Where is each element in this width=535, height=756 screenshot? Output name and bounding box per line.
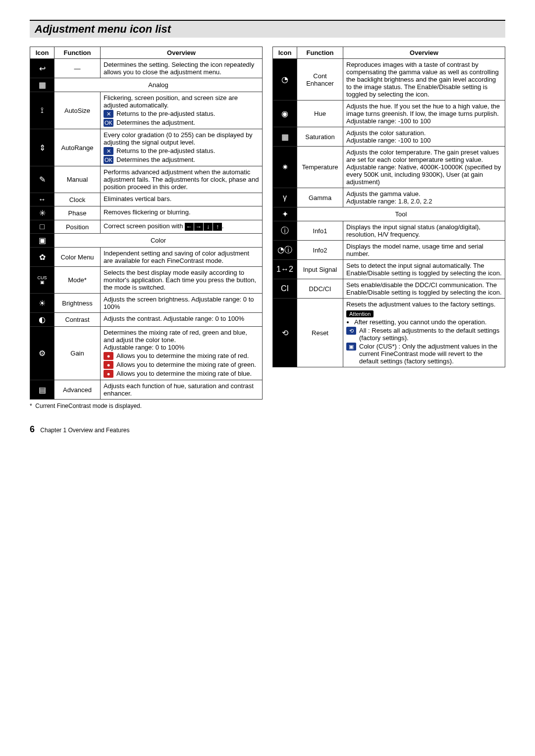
overview-cell: Selects the best display mode easily acc… xyxy=(101,267,263,294)
function-cell: Hue xyxy=(297,101,343,127)
row-icon: CUS▣ xyxy=(30,267,54,294)
overview-cell: Sets to detect the input signal automati… xyxy=(343,260,505,279)
arrow-icons: ←→↓↑ xyxy=(185,223,222,231)
row-icon: ▦ xyxy=(273,127,297,147)
table-row: ↔ClockEliminates vertical bars. xyxy=(30,193,263,206)
overview-cell: Eliminates vertical bars. xyxy=(101,193,263,206)
function-cell: — xyxy=(54,59,101,78)
table-row: ✿Color MenuIndependent setting and savin… xyxy=(30,248,263,267)
overview-cell: Displays the input signal status (analog… xyxy=(343,221,505,241)
function-cell: Clock xyxy=(54,193,101,206)
overview-cell: Adjusts the gamma value.Adjustable range… xyxy=(343,188,505,207)
section-icon: ✦ xyxy=(273,207,297,221)
function-cell: Info2 xyxy=(297,241,343,260)
sub-text: Determines the adjustment. xyxy=(116,156,259,163)
overview-cell: Flickering, screen position, and screen … xyxy=(101,92,263,129)
overview-cell: Adjusts the hue. If you set the hue to a… xyxy=(343,101,505,127)
row-icon: ⓘ xyxy=(273,221,297,241)
left-table: Icon Function Overview ↩—Determines the … xyxy=(30,47,263,400)
header-icon: Icon xyxy=(30,47,54,59)
table-row: ▤AdvancedAdjusts each function of hue, s… xyxy=(30,380,263,400)
overview-cell: Every color gradation (0 to 255) can be … xyxy=(101,129,263,166)
function-cell: Position xyxy=(54,220,101,234)
inline-icon: ● xyxy=(104,352,113,360)
sub-text: All : Resets all adjustments to the defa… xyxy=(359,327,502,342)
sub-item: ●Allows you to determine the mixing rate… xyxy=(104,370,259,378)
sub-item: ●Allows you to determine the mixing rate… xyxy=(104,361,259,369)
table-row: ⚙GainDetermines the mixing rate of red, … xyxy=(30,327,263,380)
sub-item: ⟲All : Resets all adjustments to the def… xyxy=(346,327,502,342)
row-icon: ↔ xyxy=(30,193,54,206)
function-cell: Mode* xyxy=(54,267,101,294)
table-row: CUS▣Mode*Selects the best display mode e… xyxy=(30,267,263,294)
section-label: Color xyxy=(54,234,263,248)
function-cell: DDC/CI xyxy=(297,279,343,299)
attention-badge: Attention xyxy=(346,310,374,317)
function-cell: Gamma xyxy=(297,188,343,207)
sub-text: Color (CUS*) : Only the adjustment value… xyxy=(359,343,502,365)
sub-text: Allows you to determine the mixing rate … xyxy=(116,361,259,368)
overview-cell: Performs advanced adjustment when the au… xyxy=(101,166,263,193)
function-cell: Saturation xyxy=(297,127,343,147)
sub-item: ●Allows you to determine the mixing rate… xyxy=(104,352,259,360)
overview-cell: Resets the adjustment values to the fact… xyxy=(343,299,505,367)
row-icon: ⟟ xyxy=(30,92,54,129)
overview-cell: Determines the mixing rate of red, green… xyxy=(101,327,263,380)
table-row: ◔Cont EnhancerReproduces images with a t… xyxy=(273,59,505,101)
sub-item: ✕Returns to the pre-adjusted status. xyxy=(104,110,259,118)
table-row: ⓘInfo1Displays the input signal status (… xyxy=(273,221,505,241)
sub-text: Determines the adjustment. xyxy=(116,119,259,126)
table-row: ☀BrightnessAdjusts the screen brightness… xyxy=(30,294,263,313)
overview-cell: Adjusts the color saturation.Adjustable … xyxy=(343,127,505,147)
inline-icon: ● xyxy=(104,370,113,378)
section-row: ▣Color xyxy=(30,234,263,248)
row-icon: □ xyxy=(30,220,54,234)
sub-text: Returns to the pre-adjusted status. xyxy=(116,147,259,154)
row-icon: CI xyxy=(273,279,297,299)
right-table: Icon Function Overview ◔Cont EnhancerRep… xyxy=(272,47,505,367)
page-title: Adjustment menu icon list xyxy=(35,23,500,36)
table-row: ↩—Determines the setting. Selecting the … xyxy=(30,59,263,78)
function-cell: Reset xyxy=(297,299,343,367)
chapter-label: Chapter 1 Overview and Features xyxy=(40,427,129,434)
table-row: ▦SaturationAdjusts the color saturation.… xyxy=(273,127,505,147)
row-icon: ⇕ xyxy=(30,129,54,166)
row-icon: ▤ xyxy=(30,380,54,400)
row-icon: 1↔2 xyxy=(273,260,297,279)
function-cell: Color Menu xyxy=(54,248,101,267)
overview-cell: Determines the setting. Selecting the ic… xyxy=(101,59,263,78)
sub-item: ✕Returns to the pre-adjusted status. xyxy=(104,147,259,155)
inline-icon: ▣ xyxy=(346,343,356,351)
attention-bullet: After resetting, you cannot undo the ope… xyxy=(354,318,502,326)
function-cell: Manual xyxy=(54,166,101,193)
sub-text: Allows you to determine the mixing rate … xyxy=(116,370,259,377)
table-row: ⇕AutoRangeEvery color gradation (0 to 25… xyxy=(30,129,263,166)
overview-cell: Adjusts the color temperature. The gain … xyxy=(343,147,505,188)
row-icon: ✎ xyxy=(30,166,54,193)
function-cell: Info1 xyxy=(297,221,343,241)
row-icon: ✷ xyxy=(273,147,297,188)
row-icon: ☀ xyxy=(30,294,54,313)
row-icon: γ xyxy=(273,188,297,207)
overview-cell: Independent setting and saving of color … xyxy=(101,248,263,267)
row-icon: ⟲ xyxy=(273,299,297,367)
inline-icon: ⟲ xyxy=(346,327,356,335)
row-icon: ◐ xyxy=(30,313,54,327)
section-row: ▦Analog xyxy=(30,78,263,92)
row-icon: ↩ xyxy=(30,59,54,78)
function-cell: Cont Enhancer xyxy=(297,59,343,101)
function-cell: Contrast xyxy=(54,313,101,327)
table-row: γGammaAdjusts the gamma value.Adjustable… xyxy=(273,188,505,207)
function-cell: Phase xyxy=(54,206,101,220)
function-cell: Advanced xyxy=(54,380,101,400)
table-row: ◉HueAdjusts the hue. If you set the hue … xyxy=(273,101,505,127)
overview-cell: Displays the model name, usage time and … xyxy=(343,241,505,260)
table-row: 1↔2Input SignalSets to detect the input … xyxy=(273,260,505,279)
section-icon: ▦ xyxy=(30,78,54,92)
header-icon: Icon xyxy=(273,47,297,59)
table-row: ◐ContrastAdjusts the contrast. Adjustabl… xyxy=(30,313,263,327)
sub-text: Returns to the pre-adjusted status. xyxy=(116,110,259,117)
function-cell: Input Signal xyxy=(297,260,343,279)
page-footer: 6 Chapter 1 Overview and Features xyxy=(30,424,505,435)
inline-icon: OK xyxy=(104,156,113,164)
